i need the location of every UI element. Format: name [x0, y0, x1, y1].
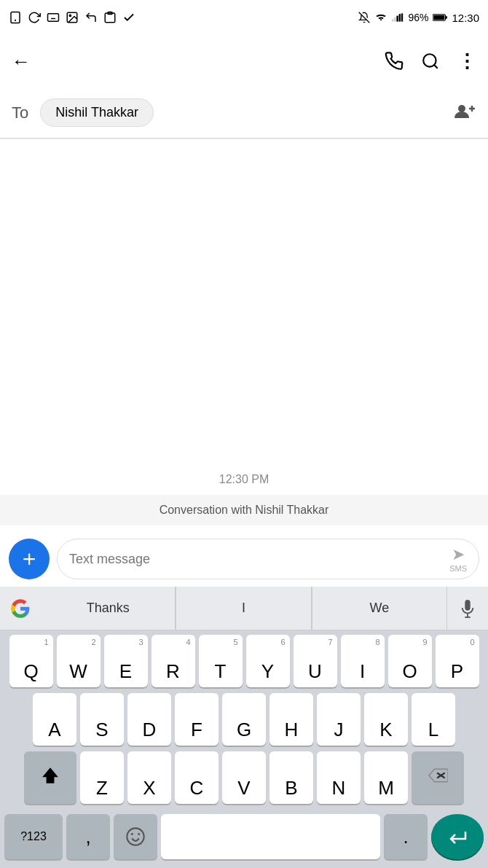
status-bar-left — [9, 11, 135, 24]
shift-key[interactable] — [24, 751, 76, 804]
key-u[interactable]: 7U — [294, 635, 337, 687]
input-row: + ➤ SMS — [0, 531, 488, 587]
key-p[interactable]: 0P — [436, 635, 479, 687]
hint-0: 0 — [470, 638, 474, 646]
send-sms-button[interactable]: ➤ SMS — [449, 545, 467, 573]
key-rows: 1Q 2W 3E 4R 5T 6Y 7U 8I 9O 0P A S D F G … — [0, 630, 488, 811]
undo-icon — [84, 11, 98, 24]
hint-5: 5 — [233, 638, 237, 646]
hint-3: 3 — [138, 638, 143, 646]
delete-key[interactable] — [412, 751, 464, 804]
send-arrow-icon: ➤ — [452, 545, 465, 564]
key-o[interactable]: 9O — [388, 635, 432, 687]
period-key[interactable]: . — [384, 814, 428, 859]
recipient-chip[interactable]: Nishil Thakkar — [40, 98, 154, 127]
svg-line-22 — [434, 65, 438, 69]
key-g[interactable]: G — [222, 693, 266, 746]
suggestion-i[interactable]: I — [176, 587, 311, 630]
key-f[interactable]: F — [175, 693, 219, 746]
svg-rect-26 — [465, 600, 470, 611]
check-icon — [122, 11, 135, 24]
key-m[interactable]: M — [364, 751, 408, 804]
key-i[interactable]: 8I — [341, 635, 385, 687]
hint-8: 8 — [375, 638, 379, 646]
status-bar: 96% 12:30 — [0, 0, 488, 35]
key-row-3: Z X C V B N M — [3, 751, 485, 804]
conversation-banner: Conversation with Nishil Thakkar — [0, 495, 488, 525]
svg-rect-13 — [392, 19, 393, 21]
image-icon — [66, 11, 79, 24]
key-w[interactable]: 2W — [57, 635, 101, 687]
numeric-mode-key[interactable]: ?123 — [4, 814, 63, 859]
hint-2: 2 — [91, 638, 95, 646]
to-field: To Nishil Thakkar — [0, 87, 488, 138]
key-x[interactable]: X — [127, 751, 171, 804]
svg-rect-20 — [434, 15, 445, 20]
key-r[interactable]: 4R — [151, 635, 195, 687]
message-timestamp: 12:30 PM — [219, 473, 269, 486]
back-button[interactable]: ← — [12, 50, 31, 73]
svg-rect-19 — [446, 16, 448, 18]
plus-icon: + — [23, 547, 36, 571]
battery-percentage: 96% — [408, 12, 428, 23]
key-h[interactable]: H — [269, 693, 313, 746]
key-v[interactable]: V — [222, 751, 266, 804]
no-bell-icon — [358, 12, 370, 23]
clipboard-icon — [103, 11, 117, 24]
svg-marker-29 — [42, 767, 58, 783]
svg-rect-14 — [395, 17, 396, 22]
key-b[interactable]: B — [269, 751, 313, 804]
key-z[interactable]: Z — [80, 751, 124, 804]
emoji-key[interactable] — [114, 814, 157, 859]
bottom-row: ?123 , . — [0, 811, 488, 868]
svg-rect-17 — [401, 13, 403, 21]
hint-9: 9 — [422, 638, 427, 646]
to-label: To — [12, 103, 28, 122]
key-y[interactable]: 6Y — [246, 635, 290, 687]
svg-rect-16 — [399, 14, 401, 21]
svg-point-32 — [127, 828, 143, 845]
key-row-1: 1Q 2W 3E 4R 5T 6Y 7U 8I 9O 0P — [3, 635, 485, 687]
key-d[interactable]: D — [127, 693, 171, 746]
suggestion-we[interactable]: We — [312, 587, 447, 630]
key-k[interactable]: K — [364, 693, 408, 746]
add-attachment-button[interactable]: + — [9, 539, 50, 579]
add-contact-icon[interactable] — [454, 102, 476, 124]
hint-4: 4 — [186, 638, 190, 646]
key-j[interactable]: J — [317, 693, 361, 746]
phone-icon — [9, 11, 22, 24]
space-key[interactable] — [161, 814, 380, 859]
hint-7: 7 — [328, 638, 332, 646]
signal-icon — [392, 12, 404, 23]
key-q[interactable]: 1Q — [9, 635, 53, 687]
mic-icon[interactable] — [447, 587, 488, 630]
key-c[interactable]: C — [175, 751, 219, 804]
status-time: 12:30 — [452, 12, 479, 24]
key-l[interactable]: L — [412, 693, 455, 746]
svg-point-23 — [458, 105, 465, 112]
search-icon[interactable] — [421, 52, 440, 71]
wifi-icon — [374, 12, 387, 23]
key-n[interactable]: N — [317, 751, 361, 804]
message-section: 12:30 PM Conversation with Nishil Thakka… — [0, 139, 488, 587]
key-row-2: A S D F G H J K L — [3, 693, 485, 746]
key-a[interactable]: A — [33, 693, 76, 746]
message-input[interactable] — [69, 552, 449, 567]
keyboard: Thanks I We 1Q 2W 3E 4R 5T — [0, 587, 488, 868]
keyboard-icon — [47, 11, 60, 24]
enter-key[interactable] — [431, 814, 484, 859]
suggestion-thanks[interactable]: Thanks — [41, 587, 176, 630]
key-e[interactable]: 3E — [104, 635, 148, 687]
svg-point-1 — [15, 20, 16, 21]
key-s[interactable]: S — [80, 693, 124, 746]
battery-icon — [433, 13, 447, 22]
phone-call-icon[interactable] — [385, 52, 404, 71]
more-options-icon[interactable]: ⋮ — [457, 52, 476, 71]
status-bar-right: 96% 12:30 — [358, 12, 479, 24]
send-label: SMS — [449, 564, 467, 573]
hint-6: 6 — [280, 638, 285, 646]
key-t[interactable]: 5T — [199, 635, 243, 687]
message-input-wrap: ➤ SMS — [57, 539, 479, 579]
svg-point-9 — [69, 15, 71, 16]
comma-key[interactable]: , — [66, 814, 110, 859]
